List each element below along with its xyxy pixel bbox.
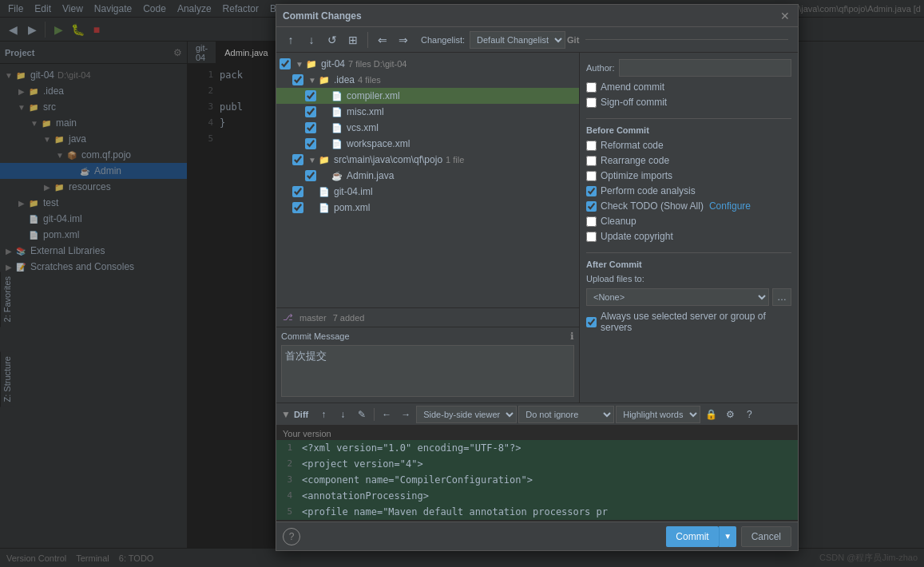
diff-left-btn[interactable]: ← (378, 406, 395, 423)
upload-browse-btn[interactable]: … (772, 288, 791, 306)
author-input[interactable] (619, 59, 791, 77)
code-analysis-label: Perform code analysis (601, 185, 696, 196)
always-use-checkbox[interactable] (586, 317, 597, 327)
ft-compiler-xml-label: compiler.xml (347, 90, 400, 101)
sign-off-row: Sign-off commit (586, 97, 791, 108)
diff-line-4: 4 <annotationProcessing> (276, 488, 798, 504)
rearrange-checkbox[interactable] (586, 156, 597, 166)
diff-prev-btn[interactable]: ↑ (315, 406, 332, 423)
section-divider-2 (586, 252, 791, 253)
sign-off-checkbox[interactable] (586, 97, 597, 108)
always-use-label: Always use selected server or group of s… (601, 311, 791, 333)
toolbar-move-up-btn[interactable]: ↑ (281, 30, 300, 50)
ft-admin-java[interactable]: ☕ Admin.java (276, 168, 579, 184)
diff-viewer-select[interactable]: Side-by-side viewer Unified viewer (416, 406, 517, 423)
ft-idea[interactable]: ▼ 📁 .idea 4 files (276, 72, 579, 88)
optimize-checkbox[interactable] (586, 171, 597, 181)
ft-pom-xml-label: pom.xml (334, 202, 370, 213)
reformat-checkbox[interactable] (586, 141, 597, 151)
diff-edit-btn[interactable]: ✎ (353, 406, 371, 423)
diff-line-1: 1 <?xml version="1.0" encoding="UTF-8"?> (276, 440, 798, 456)
diff-content: Your version 1 <?xml version="1.0" encod… (276, 426, 798, 521)
optimize-row: Optimize imports (586, 170, 791, 181)
check-todo-checkbox[interactable] (586, 201, 597, 212)
ft-compiler-xml-checkbox[interactable] (305, 90, 316, 101)
commit-dropdown-button[interactable]: ▼ (719, 526, 736, 547)
toolbar-refresh-btn[interactable]: ↺ (323, 30, 342, 50)
commit-message-textarea[interactable]: 首次提交 (281, 345, 574, 397)
diff-help-icon[interactable]: ? (740, 406, 758, 423)
diff-line-code-1: <?xml version="1.0" encoding="UTF-8"?> (299, 440, 521, 456)
ft-admin-java-icon: ☕ (331, 169, 343, 182)
ft-vcs-xml-checkbox[interactable] (305, 122, 316, 133)
amend-commit-checkbox[interactable] (586, 82, 597, 93)
cancel-button[interactable]: Cancel (741, 526, 791, 547)
footer-left: ? (283, 528, 300, 545)
always-use-row: Always use selected server or group of s… (586, 311, 791, 333)
ft-pom-xml-checkbox[interactable] (292, 202, 303, 213)
section-divider-1 (586, 118, 791, 119)
upload-row: <None> … (586, 288, 791, 306)
ft-misc-xml-checkbox[interactable] (305, 106, 316, 117)
git-section-label: Git (567, 35, 579, 45)
diff-line-num-1: 1 (276, 440, 299, 456)
diff-next-btn[interactable]: ↓ (334, 406, 351, 423)
dialog-close-button[interactable]: ✕ (779, 10, 791, 22)
toolbar-collapse-btn[interactable]: ⇒ (394, 30, 413, 50)
toolbar-move-down-btn[interactable]: ↓ (302, 30, 321, 50)
diff-settings-icon[interactable]: ⚙ (721, 406, 739, 423)
diff-highlight-select[interactable]: Highlight words Highlight lines (616, 406, 700, 423)
toolbar-expand-btn[interactable]: ⇐ (373, 30, 392, 50)
ft-compiler-xml[interactable]: 📄 compiler.xml (276, 88, 579, 104)
sign-off-label: Sign-off commit (601, 97, 667, 108)
toolbar-group-btn[interactable]: ⊞ (343, 30, 363, 50)
diff-line-code-2: <project version="4"> (299, 456, 423, 472)
diff-collapse-icon[interactable]: ▼ (281, 409, 291, 420)
dialog-left-panel: ▼ 📁 git-04 7 files D:\git-04 ▼ 📁 .idea 4… (276, 53, 580, 402)
diff-line-code-3: <component name="CompilerConfiguration"> (299, 472, 533, 488)
cleanup-label: Cleanup (601, 216, 636, 227)
ft-workspace-xml[interactable]: 📄 workspace.xml (276, 136, 579, 152)
update-copyright-checkbox[interactable] (586, 232, 597, 242)
ft-src-count: 1 file (446, 155, 464, 165)
ft-git04-iml-label: git-04.iml (334, 186, 373, 197)
check-todo-label: Check TODO (Show All) (601, 200, 704, 212)
author-row: Author: (586, 59, 791, 77)
ft-root-checkbox[interactable] (280, 58, 291, 69)
optimize-label: Optimize imports (601, 170, 672, 181)
cleanup-row: Cleanup (586, 216, 791, 227)
diff-ignore-select[interactable]: Do not ignore Ignore whitespace (518, 406, 614, 423)
ft-pom-xml[interactable]: 📄 pom.xml (276, 200, 579, 216)
ft-git04-iml-checkbox[interactable] (292, 186, 303, 197)
upload-select[interactable]: <None> (586, 288, 769, 306)
commit-button[interactable]: Commit (666, 526, 718, 547)
diff-right-btn[interactable]: → (397, 406, 414, 423)
ft-admin-java-checkbox[interactable] (305, 170, 316, 181)
commit-msg-info-icon[interactable]: ℹ (570, 331, 574, 342)
commit-btn-group: Commit ▼ (666, 526, 736, 547)
ft-workspace-xml-checkbox[interactable] (305, 138, 316, 149)
ft-idea-checkbox[interactable] (292, 74, 303, 85)
update-copyright-row: Update copyright (586, 231, 791, 242)
ft-vcs-xml-icon: 📄 (331, 121, 343, 134)
toolbar-sep (367, 32, 368, 48)
ft-root-arrow: ▼ (294, 60, 305, 69)
help-button[interactable]: ? (283, 528, 300, 545)
ft-src-package-checkbox[interactable] (292, 154, 303, 165)
diff-lock-icon[interactable]: 🔒 (702, 406, 720, 423)
configure-link[interactable]: Configure (709, 200, 751, 212)
ft-git04-iml[interactable]: 📄 git-04.iml (276, 184, 579, 200)
code-analysis-checkbox[interactable] (586, 186, 597, 196)
footer-right: Commit ▼ Cancel (666, 526, 791, 547)
ft-vcs-xml[interactable]: 📄 vcs.xml (276, 120, 579, 136)
ft-misc-xml-icon: 📄 (331, 105, 343, 118)
ft-src-package[interactable]: ▼ 📁 src\main\java\com\qf\pojo 1 file (276, 152, 579, 168)
ft-idea-count: 4 files (358, 75, 381, 85)
cleanup-checkbox[interactable] (586, 216, 597, 227)
ft-misc-xml[interactable]: 📄 misc.xml (276, 104, 579, 120)
ft-root[interactable]: ▼ 📁 git-04 7 files D:\git-04 (276, 56, 579, 72)
changelist-select[interactable]: Default Changelist (470, 31, 565, 49)
update-copyright-label: Update copyright (601, 231, 673, 242)
ft-workspace-xml-label: workspace.xml (347, 138, 410, 149)
ft-src-folder-icon: 📁 (318, 153, 331, 166)
